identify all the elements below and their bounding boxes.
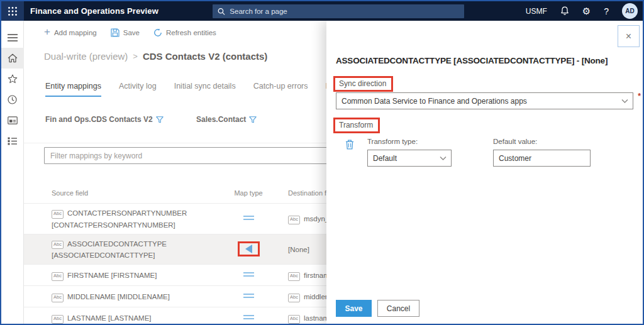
abc-type-badge: Abc: [52, 272, 64, 281]
settings-gear-icon[interactable]: ⚙: [582, 6, 591, 16]
chevron-down-icon: [621, 99, 628, 103]
required-field-marker: *: [638, 92, 641, 101]
user-avatar[interactable]: AD: [622, 3, 638, 19]
transform-type-label: Transform type:: [367, 138, 418, 145]
mapping-filter-field[interactable]: [44, 147, 371, 164]
abc-type-badge: Abc: [288, 272, 300, 279]
add-mapping-button[interactable]: + Add mapping: [44, 28, 97, 37]
abc-type-badge: Abc: [288, 315, 300, 322]
tab-initial-sync-details[interactable]: Initial sync details: [174, 82, 236, 97]
top-navigation-bar: Finance and Operations Preview USMF ⚙ ? …: [1, 1, 643, 21]
transform-label: Transform: [339, 121, 373, 129]
floppy-save-icon: [111, 28, 119, 37]
company-selector[interactable]: USMF: [526, 7, 547, 16]
flyout-action-buttons: Save Cancel: [336, 300, 419, 317]
map-type-equals-icon[interactable]: [243, 292, 254, 300]
red-highlight-box: [238, 241, 260, 256]
source-field-value: LASTNAME [LASTNAME]: [67, 314, 152, 322]
add-mapping-label: Add mapping: [54, 29, 97, 36]
delete-transform-trash-icon[interactable]: [345, 140, 354, 152]
mapping-filter-input[interactable]: [45, 151, 370, 160]
finance-operations-window: Finance and Operations Preview USMF ⚙ ? …: [0, 0, 644, 325]
panel-cancel-button[interactable]: Cancel: [377, 300, 419, 317]
page-search-box[interactable]: [213, 4, 464, 18]
waffle-grid-glyph: [8, 6, 18, 16]
waffle-menu-icon[interactable]: [1, 1, 24, 21]
source-entity-header: Fin and Ops.CDS Contacts V2: [45, 115, 196, 124]
workspaces-window-icon[interactable]: [1, 110, 24, 131]
left-nav-rail: [1, 21, 24, 324]
sync-direction-label-highlight: Sync direction: [333, 76, 393, 92]
funnel-icon[interactable]: [156, 116, 164, 123]
save-label: Save: [123, 29, 140, 36]
transform-type-value: Default: [373, 154, 397, 163]
sync-direction-label: Sync direction: [339, 79, 386, 88]
map-type-equals-icon[interactable]: [243, 313, 254, 321]
map-type-equals-icon[interactable]: [243, 214, 254, 222]
transform-label-highlight: Transform: [333, 118, 380, 133]
hamburger-menu-icon[interactable]: [1, 27, 24, 48]
destination-entity-header: Sales.Contact: [196, 115, 257, 124]
source-field-value: FIRSTNAME [FIRSTNAME]: [67, 272, 157, 279]
destination-entity-name: Sales.Contact: [196, 115, 246, 124]
default-value-input[interactable]: [493, 150, 591, 167]
panel-save-button[interactable]: Save: [336, 300, 372, 317]
abc-type-badge: Abc: [288, 216, 300, 223]
breadcrumb: Dual-write (preview) > CDS Contacts V2 (…: [44, 51, 267, 62]
page-title: CDS Contacts V2 (contacts): [143, 51, 267, 62]
favorites-star-icon[interactable]: [1, 69, 24, 89]
refresh-icon: [153, 28, 162, 37]
search-input[interactable]: [230, 8, 459, 15]
recent-clock-icon[interactable]: [1, 89, 24, 110]
destination-field-value: [None]: [288, 246, 309, 253]
breadcrumb-parent-link[interactable]: Dual-write (preview): [44, 51, 128, 62]
topbar-right-cluster: USMF ⚙ ? AD: [526, 1, 638, 21]
source-field-value: MIDDLENAME [MIDDLENAME]: [67, 293, 170, 300]
source-field-value: ASSOCIATEDCONTACTTYPE [ASSOCIATEDCONTACT…: [52, 240, 167, 260]
home-icon[interactable]: [1, 48, 24, 69]
abc-type-badge: Abc: [288, 294, 300, 300]
tab-activity-log[interactable]: Activity log: [119, 82, 157, 97]
refresh-entities-button[interactable]: Refresh entities: [153, 28, 216, 37]
transform-type-dropdown[interactable]: Default: [367, 150, 452, 167]
tab-entity-mappings[interactable]: Entity mappings: [45, 82, 101, 97]
help-icon[interactable]: ?: [604, 6, 609, 16]
entity-filter-header: Fin and Ops.CDS Contacts V2 Sales.Contac…: [45, 115, 257, 124]
abc-type-badge: Abc: [52, 210, 64, 219]
notifications-bell-icon[interactable]: [560, 6, 569, 16]
funnel-icon[interactable]: [249, 116, 257, 123]
map-type-equals-icon[interactable]: [243, 270, 254, 278]
sync-direction-dropdown[interactable]: Common Data Service to Finance and Opera…: [336, 92, 633, 109]
default-value-label: Default value:: [493, 138, 537, 145]
refresh-entities-label: Refresh entities: [166, 29, 216, 36]
modules-list-icon[interactable]: [1, 131, 24, 151]
source-field-value: CONTACTPERSONPARTYNUMBER [CONTACTPERSONP…: [52, 209, 187, 229]
sync-direction-value: Common Data Service to Finance and Opera…: [341, 97, 527, 106]
column-map-type: Map type: [220, 189, 277, 197]
breadcrumb-separator: >: [133, 52, 138, 61]
action-toolbar: + Add mapping Save Refresh entities: [44, 28, 216, 37]
abc-type-badge: Abc: [52, 294, 64, 302]
field-mapping-flyout-panel: × ASSOCIATEDCONTACTTYPE [ASSOCIATEDCONTA…: [326, 21, 643, 324]
search-icon: [218, 8, 225, 16]
abc-type-badge: Abc: [52, 315, 64, 324]
tab-catch-up-errors[interactable]: Catch-up errors: [253, 82, 308, 97]
close-icon[interactable]: ×: [618, 25, 640, 47]
column-source-field: Source field: [24, 189, 220, 197]
abc-type-badge: Abc: [52, 241, 64, 250]
save-button[interactable]: Save: [111, 28, 140, 37]
flyout-title: ASSOCIATEDCONTACTTYPE [ASSOCIATEDCONTACT…: [336, 56, 608, 65]
plus-icon: +: [44, 26, 50, 37]
chevron-down-icon: [440, 156, 447, 160]
source-entity-name: Fin and Ops.CDS Contacts V2: [45, 115, 153, 124]
tab-strip: Entity mappings Activity log Initial syn…: [45, 82, 350, 97]
app-title: Finance and Operations Preview: [30, 6, 158, 16]
map-type-arrow-left-icon[interactable]: [245, 245, 252, 253]
